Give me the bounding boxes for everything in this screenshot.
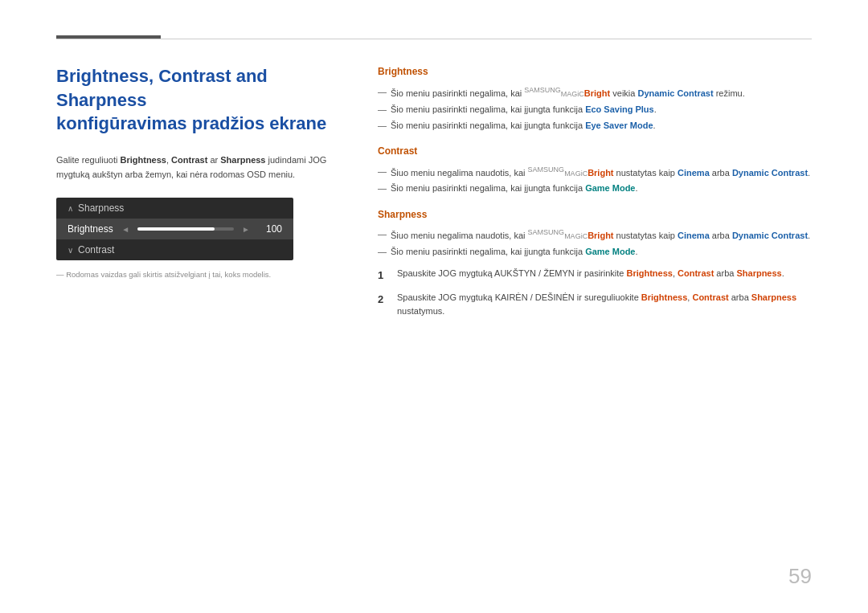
brightness-heading: Brightness bbox=[378, 64, 812, 80]
contrast-bullet-2: — Šio meniu pasirinkti negalima, kai įju… bbox=[378, 181, 812, 195]
dash-3: — bbox=[378, 118, 387, 133]
brightness-bullet-1-text: Šio meniu pasirinkti negalima, kai SAMSU… bbox=[391, 84, 745, 100]
sharpness-bullet-2: — Šio meniu pasirinkti negalima, kai įju… bbox=[378, 244, 812, 259]
footnote: — Rodomas vaizdas gali skirtis atsižvelg… bbox=[56, 270, 330, 279]
sharpness-bullet-1: — Šiuo meniu negalima naudotis, kai SAMS… bbox=[378, 227, 812, 243]
step-1-number: 1 bbox=[378, 267, 389, 284]
content-wrapper: Brightness, Contrast and Sharpness konfi… bbox=[56, 64, 812, 325]
right-column: Brightness — Šio meniu pasirinkti negali… bbox=[378, 64, 812, 325]
contrast-bullet-1-text: Šiuo meniu negalima naudotis, kai SAMSUN… bbox=[391, 164, 810, 180]
brightness-bullet-3: — Šio meniu pasirinkti negalima, kai įju… bbox=[378, 118, 812, 133]
osd-slider-value: 100 bbox=[258, 223, 282, 235]
sharpness-bullet-2-text: Šio meniu pasirinkti negalima, kai įjung… bbox=[391, 244, 638, 259]
contrast-heading: Contrast bbox=[378, 144, 812, 160]
osd-label-contrast: Contrast bbox=[78, 244, 282, 255]
numbered-steps: 1 Spauskite JOG mygtuką AUKŠTYN / ŽEMYN … bbox=[378, 267, 812, 319]
osd-slider-track bbox=[137, 227, 234, 231]
step-2-text: Spauskite JOG mygtuką KAIRĖN / DEŠINĖN i… bbox=[397, 291, 812, 319]
brightness-bullet-1: — Šio meniu pasirinkti negalima, kai SAM… bbox=[378, 84, 812, 100]
dash-2: — bbox=[378, 102, 387, 116]
dash-1: — bbox=[378, 84, 387, 99]
page-intro: Galite reguliuoti Brightness, Contrast a… bbox=[56, 153, 330, 182]
osd-slider-fill bbox=[137, 227, 215, 231]
top-line bbox=[56, 39, 812, 39]
contrast-bullet-1: — Šiuo meniu negalima naudotis, kai SAMS… bbox=[378, 164, 812, 180]
osd-arrow-up: ∧ bbox=[68, 204, 73, 213]
left-column: Brightness, Contrast and Sharpness konfi… bbox=[56, 64, 330, 325]
dash-7: — bbox=[378, 244, 387, 259]
osd-slider-area: ◄ ► 100 bbox=[118, 223, 282, 235]
brightness-bullet-2: — Šio meniu pasirinkti negalima, kai įju… bbox=[378, 102, 812, 116]
osd-arrow-down: ∨ bbox=[68, 246, 73, 255]
step-2: 2 Spauskite JOG mygtuką KAIRĖN / DEŠINĖN… bbox=[378, 291, 812, 319]
osd-item-brightness: Brightness ◄ ► 100 bbox=[56, 219, 293, 239]
page-number: 59 bbox=[788, 564, 812, 589]
osd-nav-left: ◄ bbox=[121, 225, 129, 234]
dash-5: — bbox=[378, 181, 387, 195]
osd-item-contrast: ∨ Contrast bbox=[56, 239, 293, 260]
osd-label-sharpness: Sharpness bbox=[78, 202, 282, 214]
osd-nav-right: ► bbox=[242, 225, 250, 234]
sharpness-heading: Sharpness bbox=[378, 207, 812, 223]
sharpness-bullet-1-text: Šiuo meniu negalima naudotis, kai SAMSUN… bbox=[391, 227, 810, 243]
osd-menu: ∧ Sharpness Brightness ◄ ► 100 ∨ bbox=[56, 198, 293, 260]
step-2-number: 2 bbox=[378, 291, 389, 319]
brightness-bullet-3-text: Šio meniu pasirinkti negalima, kai įjung… bbox=[391, 118, 656, 133]
osd-item-sharpness: ∧ Sharpness bbox=[56, 198, 293, 219]
osd-label-brightness: Brightness bbox=[68, 223, 118, 235]
contrast-bullet-2-text: Šio meniu pasirinkti negalima, kai įjung… bbox=[391, 181, 638, 195]
page-container: Brightness, Contrast and Sharpness konfi… bbox=[0, 0, 868, 613]
step-1: 1 Spauskite JOG mygtuką AUKŠTYN / ŽEMYN … bbox=[378, 267, 812, 284]
page-title: Brightness, Contrast and Sharpness konfi… bbox=[56, 64, 330, 136]
step-1-text: Spauskite JOG mygtuką AUKŠTYN / ŽEMYN ir… bbox=[397, 267, 784, 284]
dash-4: — bbox=[378, 164, 387, 178]
dash-6: — bbox=[378, 227, 387, 241]
brightness-bullet-2-text: Šio meniu pasirinkti negalima, kai įjung… bbox=[391, 102, 657, 116]
